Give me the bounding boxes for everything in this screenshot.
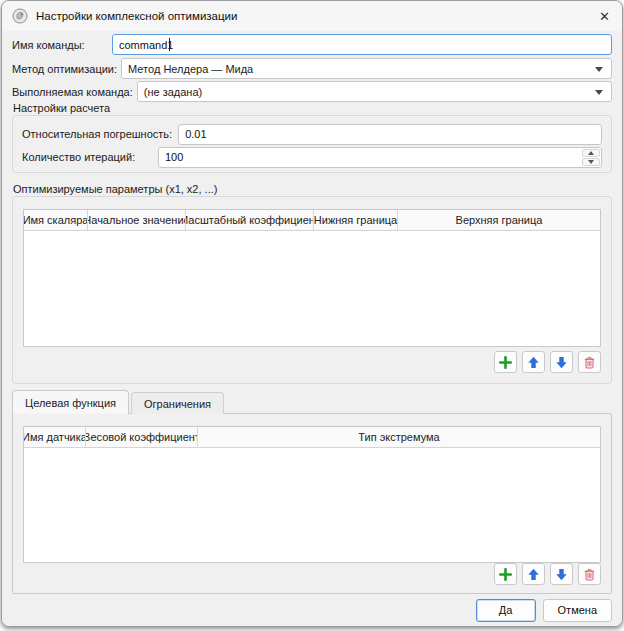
add-row-button[interactable] bbox=[494, 351, 517, 373]
arrow-up-icon bbox=[527, 568, 540, 581]
parameters-toolbar bbox=[494, 351, 601, 373]
spin-up-icon[interactable] bbox=[582, 149, 600, 157]
move-down-button[interactable] bbox=[550, 351, 573, 373]
column-header: Верхняя граница bbox=[398, 210, 600, 230]
arrow-down-icon bbox=[555, 356, 568, 369]
command-name-row: Имя команды: bbox=[12, 34, 612, 55]
app-icon bbox=[12, 8, 28, 24]
column-header: Нижняя граница bbox=[314, 210, 398, 230]
column-header: Имя датчика bbox=[24, 427, 86, 447]
executed-command-row: Выполняемая команда: (не задана) bbox=[12, 81, 612, 102]
text-caret bbox=[169, 38, 170, 51]
tab-bar: Целевая функция Ограничения bbox=[12, 390, 224, 414]
command-name-label: Имя команды: bbox=[12, 39, 108, 51]
calc-settings-group: Относительная погрешность: Количество ит… bbox=[12, 115, 612, 173]
delete-row-button[interactable] bbox=[578, 351, 601, 373]
method-select[interactable]: Метод Нелдера — Мида bbox=[121, 58, 612, 79]
spin-buttons bbox=[582, 149, 600, 166]
executed-command-select[interactable]: (не задана) bbox=[137, 81, 612, 102]
parameters-table-body[interactable] bbox=[24, 231, 600, 346]
dialog-window: Настройки комплексной оптимизации ✕ Имя … bbox=[1, 0, 623, 627]
tolerance-row: Относительная погрешность: bbox=[22, 124, 602, 144]
cancel-button[interactable]: Отмена bbox=[543, 599, 612, 622]
objective-table: Имя датчика Весовой коэффициент Тип экст… bbox=[23, 426, 601, 563]
trash-icon bbox=[583, 356, 596, 369]
iterations-label: Количество итераций: bbox=[22, 151, 152, 163]
plus-icon bbox=[499, 356, 512, 369]
title-bar: Настройки комплексной оптимизации ✕ bbox=[2, 1, 622, 31]
ok-button[interactable]: Да bbox=[476, 599, 536, 622]
column-header: Имя скаляра bbox=[24, 210, 88, 230]
delete-row-button[interactable] bbox=[578, 563, 601, 585]
chevron-down-icon bbox=[595, 90, 603, 95]
tolerance-label: Относительная погрешность: bbox=[22, 128, 172, 140]
calc-settings-title: Настройки расчета bbox=[13, 102, 110, 114]
move-up-button[interactable] bbox=[522, 351, 545, 373]
move-down-button[interactable] bbox=[550, 563, 573, 585]
method-row: Метод оптимизации: Метод Нелдера — Мида bbox=[12, 58, 612, 79]
objective-table-header: Имя датчика Весовой коэффициент Тип экст… bbox=[24, 427, 600, 448]
method-value: Метод Нелдера — Мида bbox=[128, 63, 253, 75]
plus-icon bbox=[499, 568, 512, 581]
dialog-footer: Да Отмена bbox=[2, 594, 622, 626]
column-header: Тип экстремума bbox=[198, 427, 600, 447]
iterations-stepper bbox=[158, 147, 602, 168]
move-up-button[interactable] bbox=[522, 563, 545, 585]
executed-command-label: Выполняемая команда: bbox=[12, 86, 133, 98]
parameters-title: Оптимизируемые параметры (x1, x2, ...) bbox=[13, 183, 217, 195]
executed-command-value: (не задана) bbox=[144, 86, 202, 98]
tolerance-input[interactable] bbox=[178, 124, 602, 145]
tab-constraints[interactable]: Ограничения bbox=[131, 392, 224, 414]
parameters-group: Имя скаляра Начальное значение Масштабны… bbox=[12, 196, 612, 384]
objective-tab-pane: Имя датчика Весовой коэффициент Тип экст… bbox=[12, 413, 612, 594]
iterations-row: Количество итераций: bbox=[22, 147, 602, 167]
add-row-button[interactable] bbox=[494, 563, 517, 585]
tab-objective-function[interactable]: Целевая функция bbox=[12, 390, 129, 414]
parameters-table-header: Имя скаляра Начальное значение Масштабны… bbox=[24, 210, 600, 231]
iterations-input[interactable] bbox=[158, 147, 602, 168]
spin-down-icon[interactable] bbox=[582, 158, 600, 166]
close-icon[interactable]: ✕ bbox=[588, 5, 610, 27]
parameters-table: Имя скаляра Начальное значение Масштабны… bbox=[23, 209, 601, 347]
column-header: Начальное значение bbox=[88, 210, 186, 230]
command-name-input[interactable] bbox=[112, 34, 612, 55]
chevron-down-icon bbox=[595, 67, 603, 72]
arrow-down-icon bbox=[555, 568, 568, 581]
objective-table-body[interactable] bbox=[24, 448, 600, 562]
column-header: Весовой коэффициент bbox=[86, 427, 198, 447]
arrow-up-icon bbox=[527, 356, 540, 369]
window-title: Настройки комплексной оптимизации bbox=[36, 10, 237, 22]
column-header: Масштабный коэффициент bbox=[186, 210, 314, 230]
trash-icon bbox=[583, 568, 596, 581]
objective-toolbar bbox=[494, 563, 601, 585]
method-label: Метод оптимизации: bbox=[12, 63, 117, 75]
